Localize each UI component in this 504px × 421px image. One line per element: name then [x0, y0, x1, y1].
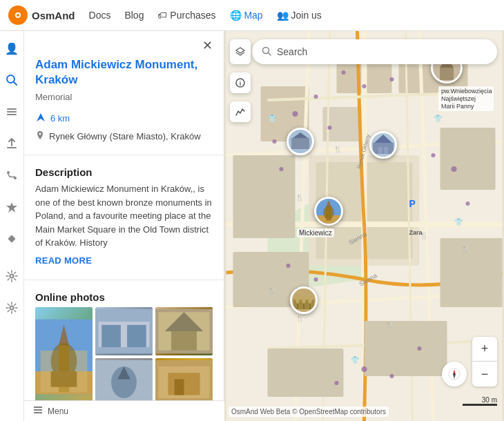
svg-point-79: [418, 346, 422, 351]
blog-link[interactable]: Blog: [124, 10, 144, 21]
photo-5[interactable]: [155, 358, 213, 407]
svg-point-9: [7, 171, 10, 174]
svg-rect-98: [440, 68, 454, 80]
svg-point-71: [287, 264, 291, 268]
svg-rect-5: [7, 108, 17, 110]
svg-point-14: [10, 306, 14, 310]
place-type: Memorial: [24, 90, 224, 109]
svg-point-63: [314, 95, 318, 99]
svg-text:🍴: 🍴: [461, 245, 470, 254]
search-sidebar-icon[interactable]: [1, 70, 22, 90]
svg-text:🍴: 🍴: [385, 321, 394, 330]
upload-sidebar-icon[interactable]: [1, 133, 22, 154]
zoom-out-button[interactable]: −: [472, 362, 497, 386]
svg-text:👕: 👕: [434, 114, 443, 123]
photo-1[interactable]: [35, 307, 93, 407]
svg-point-15: [39, 133, 41, 135]
svg-rect-121: [378, 147, 382, 154]
svg-text:i: i: [240, 80, 242, 87]
svg-point-73: [452, 166, 457, 172]
photos-grid: [35, 307, 213, 407]
svg-rect-122: [384, 147, 388, 154]
divider-2: [24, 280, 224, 280]
logo-circle: [8, 6, 28, 25]
route-sidebar-icon[interactable]: [1, 165, 22, 186]
svg-rect-61: [268, 349, 344, 397]
map-area[interactable]: 🍴 🍴 🍴 🍴 🍴 🍴 🍴 🍴 👕 👕 👕 👕 Sienna Sienna Ry…: [224, 31, 504, 421]
svg-point-106: [323, 206, 334, 219]
menu-hamburger-icon: [32, 404, 43, 418]
svg-point-116: [302, 295, 306, 304]
svg-point-78: [390, 374, 394, 378]
svg-rect-56: [440, 128, 496, 190]
map-link[interactable]: 🌐 Map: [230, 10, 263, 21]
svg-rect-25: [101, 324, 121, 346]
svg-rect-26: [127, 324, 146, 346]
hall-photo-marker[interactable]: [287, 128, 314, 155]
svg-rect-37: [175, 379, 184, 395]
settings-sidebar-icon[interactable]: [1, 297, 22, 318]
layers-sidebar-icon[interactable]: [1, 101, 22, 122]
distance-value: 6 km: [50, 113, 70, 124]
layers-button[interactable]: [230, 39, 251, 64]
plugin-sidebar-icon[interactable]: [1, 266, 22, 286]
svg-point-66: [273, 139, 277, 144]
svg-point-75: [432, 153, 436, 157]
svg-text:Zara: Zara: [409, 229, 423, 236]
purchases-link[interactable]: 🏷 Purchases: [157, 10, 215, 21]
navbar: OsmAnd Docs Blog 🏷 Purchases 🌐 Map 👥 Joi…: [0, 0, 504, 31]
svg-rect-119: [373, 143, 394, 154]
diamond-sidebar-icon[interactable]: [1, 228, 22, 249]
photo-2[interactable]: [95, 307, 153, 355]
svg-rect-7: [7, 114, 17, 115]
scale-bar: 30 m: [463, 396, 497, 406]
panel-header: ✕: [24, 31, 224, 57]
svg-text:👕: 👕: [268, 114, 277, 123]
svg-point-65: [280, 167, 284, 171]
zoom-in-button[interactable]: +: [472, 337, 497, 362]
svg-point-64: [328, 126, 332, 130]
svg-point-117: [308, 295, 312, 304]
svg-point-2: [17, 14, 19, 17]
svg-rect-57: [233, 155, 295, 238]
docs-link[interactable]: Docs: [89, 10, 111, 21]
photos-section: [24, 307, 224, 412]
location-pin-icon: [35, 130, 45, 142]
divider-1: [24, 155, 224, 155]
svg-rect-8: [7, 147, 17, 148]
distance-row[interactable]: 6 km: [24, 109, 224, 128]
svg-point-13: [10, 275, 14, 278]
mickiewicz-label: Mickiewicz: [297, 228, 334, 237]
photo-4[interactable]: [95, 358, 153, 407]
svg-rect-59: [440, 238, 503, 307]
navbar-logo[interactable]: OsmAnd: [8, 6, 75, 25]
scale-label: 30 m: [482, 396, 497, 404]
bottom-menu-bar[interactable]: Menu: [24, 400, 224, 421]
svg-line-4: [14, 82, 17, 86]
chart-button[interactable]: [230, 101, 251, 122]
mickiewicz-marker[interactable]: [314, 197, 343, 226]
description-text: Adam Mickiewicz Monument in Kraków,, is …: [24, 182, 224, 255]
info-button[interactable]: i: [230, 72, 251, 93]
read-more-button[interactable]: READ MORE: [24, 255, 224, 274]
photos-title: Online photos: [24, 286, 224, 307]
svg-rect-22: [51, 371, 77, 387]
svg-point-76: [362, 366, 367, 372]
description-title: Description: [24, 161, 224, 182]
map-search-bar[interactable]: Search: [252, 39, 497, 64]
photo-3[interactable]: [155, 307, 213, 355]
svg-rect-108: [291, 138, 309, 149]
close-button[interactable]: ✕: [202, 39, 213, 52]
star-sidebar-icon[interactable]: [1, 197, 22, 217]
join-link[interactable]: 👥 Join us: [277, 10, 322, 21]
profile-icon[interactable]: 👤: [1, 38, 22, 59]
svg-rect-30: [171, 331, 197, 351]
building-photo-marker[interactable]: [369, 131, 397, 159]
svg-rect-12: [8, 235, 15, 242]
svg-text:🍴: 🍴: [268, 286, 277, 295]
compass-button[interactable]: [442, 362, 467, 386]
svg-marker-11: [6, 202, 17, 213]
svg-point-74: [466, 202, 470, 206]
textile-hall-marker[interactable]: [290, 286, 318, 314]
svg-rect-6: [7, 111, 17, 112]
